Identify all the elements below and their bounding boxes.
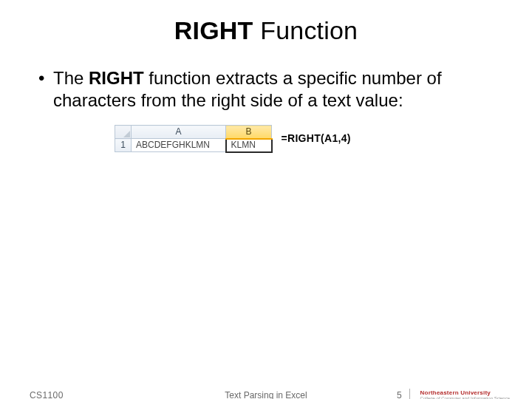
excel-grid: A B 1 ABCDEFGHKLMN KLMN xyxy=(115,125,273,153)
bullet-text-strong: RIGHT xyxy=(89,68,144,88)
row-header-1: 1 xyxy=(115,139,132,152)
slide-title: RIGHT Function xyxy=(0,16,532,45)
slide-footer: CS1100 Text Parsing in Excel 5 Northeast… xyxy=(0,389,532,399)
bullet-text-pre: The xyxy=(53,68,89,88)
title-bold: RIGHT xyxy=(174,16,253,44)
select-all-corner xyxy=(115,126,132,139)
cell-a1: ABCDEFGHKLMN xyxy=(132,139,226,152)
excel-example: A B 1 ABCDEFGHKLMN KLMN =RIGHT(A1,4) xyxy=(115,125,502,153)
slide-body: The RIGHT function extracts a specific n… xyxy=(30,67,502,153)
cell-b1: KLMN xyxy=(226,139,272,152)
page-number: 5 xyxy=(397,390,402,399)
column-header-b: B xyxy=(226,126,272,139)
university-name: Northeastern University xyxy=(420,390,510,396)
university-logo: Northeastern University College of Compu… xyxy=(420,390,510,399)
excel-header-row: A B xyxy=(115,126,272,139)
slide: RIGHT Function The RIGHT function extrac… xyxy=(0,16,532,399)
title-rest: Function xyxy=(253,16,358,44)
footer-divider xyxy=(409,389,410,399)
formula-label: =RIGHT(A1,4) xyxy=(282,132,351,146)
footer-course: CS1100 xyxy=(30,390,64,399)
excel-row-1: 1 ABCDEFGHKLMN KLMN xyxy=(115,139,272,152)
page-number-block: 5 xyxy=(397,389,410,399)
bullet-item: The RIGHT function extracts a specific n… xyxy=(43,67,502,112)
select-all-triangle-icon xyxy=(123,131,130,137)
bullet-list: The RIGHT function extracts a specific n… xyxy=(30,67,502,112)
column-header-a: A xyxy=(132,126,226,139)
university-sub: College of Computer and Information Scie… xyxy=(420,396,510,399)
footer-center: Text Parsing in Excel xyxy=(225,390,307,399)
svg-marker-0 xyxy=(123,131,130,137)
footer-right: 5 Northeastern University College of Com… xyxy=(397,389,510,399)
